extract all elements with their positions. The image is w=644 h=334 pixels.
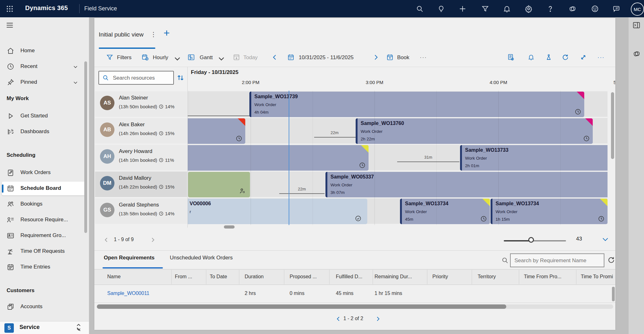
toolbar-more-button[interactable]: ··· (420, 54, 427, 61)
sidebar-item-dashboards[interactable]: Dashboards (0, 125, 89, 139)
column-header-fulfilled[interactable]: Fulfilled D... (336, 274, 362, 280)
column-header-proposed[interactable]: Proposed ... (290, 274, 317, 280)
next-page-chevron[interactable] (375, 316, 381, 322)
column-header-duration[interactable]: Duration (245, 274, 264, 280)
chevron-down-icon[interactable] (218, 55, 223, 60)
zoom-slider-track-filled[interactable] (504, 240, 531, 241)
resource-row[interactable]: AB Alex Baker (14h 26m booked) 15% (95, 118, 187, 144)
booking-bar-continued[interactable] (188, 145, 369, 171)
sidebar-scrollbar[interactable] (84, 61, 87, 233)
sidebar-item-time-entries[interactable]: Time Entries (0, 260, 89, 274)
chevron-down-icon[interactable] (73, 80, 78, 85)
booking-bar-wo13734-second[interactable]: Sample_WO13734 Work Order 1h 15m (491, 199, 608, 224)
display-mode-dropdown[interactable]: Gantt (200, 54, 213, 61)
previous-page-chevron[interactable] (335, 316, 341, 322)
booking-bar-wo13760[interactable]: Sample_WO13760 Work Order 2h 22m (356, 118, 593, 144)
refresh-requirements-icon[interactable] (607, 256, 615, 264)
next-resources-chevron[interactable] (150, 237, 156, 243)
today-button[interactable]: Today (243, 54, 258, 61)
requirements-panel-icon[interactable] (507, 54, 515, 61)
column-header-priority[interactable]: Priority (432, 274, 448, 280)
filter-icon[interactable] (481, 5, 489, 13)
booking-bar-vo00006[interactable]: VO00006 r (188, 199, 367, 224)
previous-resources-chevron[interactable] (103, 237, 109, 243)
column-header-territory[interactable]: Territory (478, 274, 496, 280)
resource-row[interactable]: AH Avery Howard (14h 10m booked) 11% (95, 145, 187, 170)
smiley-icon[interactable] (591, 5, 599, 13)
map-view-icon[interactable] (545, 54, 552, 61)
copilot-icon[interactable] (632, 50, 641, 58)
app-title[interactable]: Dynamics 365 (25, 4, 68, 12)
expand-board-icon[interactable] (580, 54, 587, 61)
requirement-name-link[interactable]: Sample_WO00011 (107, 291, 149, 296)
tab-open-requirements[interactable]: Open Requirements (104, 255, 155, 261)
booking-bar-wo05337[interactable]: Sample_WO05337 Work Order 3h 07m (325, 172, 608, 197)
sidebar-item-requirement-groups[interactable]: Requirement Gro... (0, 229, 89, 243)
hamburger-icon[interactable] (6, 21, 14, 29)
booking-bar-continued[interactable] (188, 118, 245, 144)
chevron-down-icon[interactable] (174, 55, 179, 60)
column-header-to-date[interactable]: To Date (210, 274, 227, 280)
resource-row[interactable]: AS Alan Steiner (13h 50m booked) 14% (95, 91, 187, 117)
gantt-vertical-scrollbar[interactable] (611, 92, 614, 159)
column-header-name[interactable]: Name (107, 274, 121, 280)
table-vertical-scrollbar[interactable] (612, 287, 615, 301)
sidebar-item-bookings[interactable]: Bookings (0, 197, 89, 211)
view-mode-dropdown[interactable]: Hourly (153, 54, 168, 61)
sort-resources-icon[interactable] (176, 73, 185, 82)
search-resources-input[interactable] (112, 73, 172, 83)
feedback-icon[interactable] (612, 5, 620, 13)
previous-period-chevron[interactable] (271, 54, 279, 61)
sidebar-item-pinned[interactable]: Pinned (0, 76, 89, 89)
zoom-slider-handle[interactable] (528, 237, 534, 243)
sidebar-item-resource-requirements[interactable]: Resource Require... (0, 213, 89, 227)
help-icon[interactable] (546, 5, 554, 13)
bell-icon[interactable] (503, 5, 511, 13)
sidebar-item-schedule-board[interactable]: Schedule Board (0, 182, 89, 195)
chevron-down-icon[interactable] (73, 64, 78, 69)
gear-icon[interactable] (525, 5, 533, 13)
booking-bar-wo13733[interactable]: Sample_WO13733 Work Order 2h 01m (460, 145, 608, 171)
column-header-remaining[interactable]: Remaining Dur... (375, 274, 412, 280)
booking-bar-wo13739[interactable]: Sample_WO13739 Work Order 4h 04m (249, 92, 584, 117)
zoom-slider-track[interactable] (531, 240, 566, 241)
column-header-time-to[interactable]: Time To Promi (581, 274, 613, 280)
next-period-chevron[interactable] (372, 54, 380, 61)
board-tab-initial-public-view[interactable]: Initial public view (99, 31, 144, 38)
search-icon[interactable] (416, 5, 424, 13)
copilot-icon[interactable] (568, 5, 576, 13)
lightbulb-icon[interactable] (437, 5, 445, 13)
travel-block-bar[interactable] (188, 172, 250, 197)
booking-bar-wo13734-first[interactable]: Sample_WO13734 Work Order 45m (400, 199, 490, 224)
plus-icon[interactable] (458, 5, 467, 13)
table-row[interactable] (94, 285, 615, 303)
tab-options-kebab-icon[interactable]: ⋮ (150, 31, 157, 38)
column-header-from[interactable]: From ... (175, 274, 192, 280)
alerts-bell-icon[interactable] (527, 54, 535, 61)
sidebar-item-time-off-requests[interactable]: Time Off Requests (0, 245, 89, 258)
table-horizontal-scrollbar[interactable] (97, 304, 506, 309)
search-requirement-input[interactable] (514, 256, 603, 266)
gantt-horizontal-scrollbar[interactable] (224, 225, 235, 229)
user-avatar[interactable]: MC (631, 3, 644, 16)
refresh-icon[interactable] (561, 54, 569, 61)
resource-row[interactable]: GS Gerald Stephens (13h 58m booked) 14% (95, 198, 187, 224)
collapse-panel-chevron[interactable] (601, 235, 609, 243)
board-more-button[interactable]: ··· (597, 54, 605, 61)
tab-unscheduled-work-orders[interactable]: Unscheduled Work Orders (170, 255, 233, 261)
filters-button[interactable]: Filters (117, 54, 131, 61)
resource-row-selected[interactable]: DM David Mallory (14h 22m booked) 15% (95, 172, 187, 197)
open-pane-icon[interactable] (632, 21, 641, 29)
sidebar-item-home[interactable]: Home (0, 44, 89, 58)
sidebar-item-recent[interactable]: Recent (0, 60, 89, 74)
book-button[interactable]: Book (397, 54, 409, 61)
sidebar-item-work-orders[interactable]: Work Orders (0, 166, 89, 180)
waffle-menu-icon[interactable] (6, 5, 14, 13)
area-switcher[interactable]: S Service (0, 321, 89, 334)
area-label[interactable]: Field Service (84, 5, 117, 12)
column-header-time-from[interactable]: Time From Pro... (524, 274, 561, 280)
sidebar-item-get-started[interactable]: Get Started (0, 109, 89, 123)
date-range-label[interactable]: 10/31/2025 - 11/6/2025 (299, 54, 354, 61)
sidebar-item-accounts[interactable]: Accounts (0, 300, 89, 314)
add-board-tab-button[interactable]: + (164, 27, 170, 39)
